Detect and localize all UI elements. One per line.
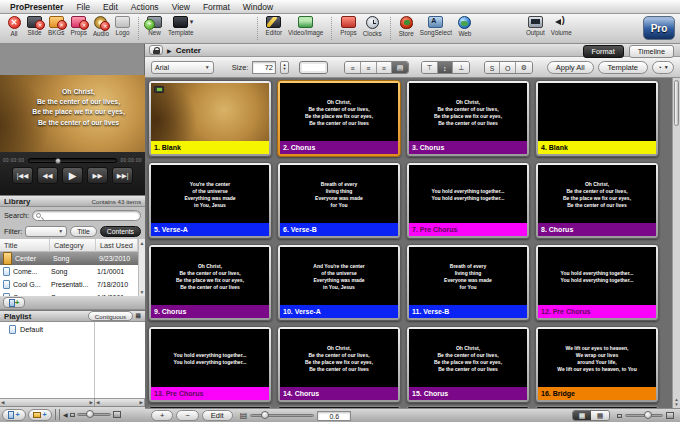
toolbar-button-clear-props[interactable]: Props [67,16,89,36]
skip-to-end-button[interactable]: ▶▶| [112,167,133,184]
toolbar-button-output[interactable]: Output [523,16,548,36]
scroll-left-icon[interactable]: ◀ [1,400,4,405]
toolbar-button-clear-slide[interactable]: Slide [24,16,45,36]
slide-cell-6[interactable]: Breath of every living thing Everyone wa… [277,162,401,239]
template-button[interactable]: Template [598,61,648,74]
font-size-stepper[interactable]: ▲▼ [280,61,289,74]
toolbar-button-web[interactable]: Web [455,16,475,37]
slide-cell-1[interactable]: 1. Blank [148,80,272,157]
toolbar-button-video-image[interactable]: Video/Image [285,16,326,36]
add-document-button[interactable]: + [3,297,25,308]
scroll-right-icon[interactable]: ▶ [140,400,143,405]
filter-title-button[interactable]: Title [70,226,97,237]
slide-cell-15[interactable]: Oh Christ, Be the center of our lives, B… [406,326,530,403]
scroll-left-icon[interactable]: ◀ [96,400,99,405]
menu-actions[interactable]: Actions [131,2,159,12]
scrollbar-thumb[interactable] [674,80,679,126]
align-justify-button[interactable]: ▤ [392,62,408,74]
h-scrollbar[interactable]: ◀ ▶ [95,399,145,406]
toolbar-button-volume[interactable]: Volume [548,16,575,36]
slide-cell-3[interactable]: Oh Christ, Be the center of our lives, B… [406,80,530,157]
scroll-right-icon[interactable]: ▶ [90,400,93,405]
slide-cell-5[interactable]: You're the center of the universe Everyt… [148,162,272,239]
grid-scrollbar[interactable]: ▲▼ [672,78,680,408]
slide-cell-4[interactable]: 4. Blank [535,80,659,157]
scrubber-thumb[interactable] [55,158,61,164]
thumbnail-size-slider[interactable] [77,413,111,416]
valign-bottom-button[interactable]: ⊥ [453,62,469,74]
add-slide-button[interactable]: + [151,410,173,421]
toolbar-button-new[interactable]: New [144,16,165,36]
table-row[interactable]: Center Song 9/23/2010 [0,252,145,265]
slide-cell-7[interactable]: You hold everything together... You hold… [406,162,530,239]
slide-cell-2-selected[interactable]: Oh Christ, Be the center of our lives, B… [277,80,401,157]
slide-cell-10[interactable]: And You're the center of the universe Ev… [277,244,401,321]
toolbar-button-clear-all[interactable]: All [4,16,24,37]
thumbnail-size-slider[interactable] [625,414,663,417]
new-playlist-button[interactable]: + [2,409,26,421]
toolbar-button-clocks[interactable]: Clocks [360,16,385,37]
font-color-swatch[interactable] [299,61,328,74]
column-last-used[interactable]: Last Used [96,239,138,252]
apply-all-button[interactable]: Apply All [547,61,594,74]
slider-thumb[interactable] [644,411,652,419]
column-category[interactable]: Category [50,239,96,252]
fast-forward-button[interactable]: ▶▶ [87,167,108,184]
toolbar-button-logo[interactable]: Logo [112,16,133,36]
font-family-dropdown[interactable]: Arial ▼ [151,61,214,74]
toolbar-button-props[interactable]: Props [337,16,359,36]
scroll-arrows[interactable]: ▲▼ [673,397,680,407]
filter-dropdown[interactable]: ▼ [25,226,67,237]
slide-cell-14[interactable]: Oh Christ, Be the center of our lives, B… [277,326,401,403]
toolbar-button-clear-audio[interactable]: Audio [90,16,112,37]
slide-cell-16[interactable]: We lift our eyes to heaven, We wrap our … [535,326,659,403]
align-center-button[interactable]: ≡ [361,62,377,74]
slider-thumb[interactable] [86,410,94,418]
align-right-button[interactable]: ≡ [377,62,393,74]
playlist-item-default[interactable]: Default [0,322,94,334]
toolbar-button-clear-bkgs[interactable]: BKGs [45,16,67,36]
menu-file[interactable]: File [76,2,90,12]
resize-grip[interactable] [55,409,60,420]
library-scrollbar[interactable]: ▲ ▼ [138,239,145,296]
collapse-arrow-icon[interactable]: ◀ [63,411,68,418]
toolbar-button-editor[interactable]: Editor [263,16,285,36]
tab-format[interactable]: Format [583,45,624,58]
slide-size-value[interactable]: 0.6 [317,411,351,421]
slide-size-icon[interactable]: ▤ [240,411,248,420]
search-input[interactable] [32,210,141,221]
table-row[interactable]: Cool G... Presentati... 7/18/2010 [0,278,145,291]
slide-cell-8[interactable]: Oh Christ, Be the center of our lives, B… [535,162,659,239]
slider-thumb[interactable] [261,411,269,419]
scrubber-track[interactable] [28,158,118,163]
shadow-button[interactable]: S [485,62,501,74]
menu-edit[interactable]: Edit [103,2,118,12]
contiguous-button[interactable]: Contiguous [88,311,133,321]
grid-view-button[interactable]: ▦ [573,411,591,420]
align-left-button[interactable]: ≡ [345,62,361,74]
play-button[interactable]: ▶ [62,167,83,184]
slide-size-slider[interactable] [250,414,314,417]
outline-button[interactable]: O [500,62,516,74]
history-dropdown[interactable]: ◔ ▼ [652,61,674,74]
toolbar-button-songselect[interactable]: SongSelect [417,16,455,36]
toolbar-button-template[interactable]: Template [165,16,197,36]
menu-view[interactable]: View [172,2,190,12]
tab-timeline[interactable]: Timeline [629,45,674,58]
disclosure-triangle-icon[interactable]: ▶ [167,47,172,54]
filter-contents-button[interactable]: Contents [100,226,141,237]
remove-slide-button[interactable]: − [176,410,198,421]
menu-window[interactable]: Window [243,2,273,12]
list-view-button[interactable]: ▦ [591,411,609,420]
slide-cell-13[interactable]: You hold everything together... You hold… [148,326,272,403]
h-scrollbar[interactable]: ◀ ▶ [0,399,95,406]
toolbar-button-store[interactable]: Store [396,16,417,37]
column-title[interactable]: Title [0,239,50,252]
slide-cell-9[interactable]: Oh Christ, Be the center of our lives, B… [148,244,272,321]
skip-to-start-button[interactable]: |◀◀ [12,167,33,184]
font-size-input[interactable]: 72 [252,61,276,74]
playlist-view-icon[interactable]: ≣ [135,312,141,320]
lock-icon[interactable] [149,45,163,55]
table-row[interactable]: Come... Song 1/1/0001 [0,265,145,278]
menu-propresenter[interactable]: ProPresenter [10,2,63,12]
